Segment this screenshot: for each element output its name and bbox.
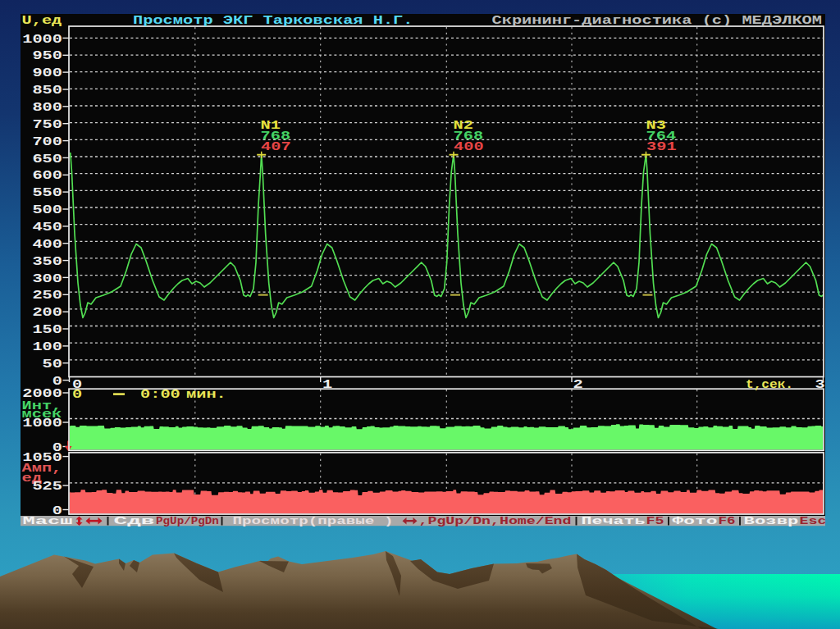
svg-text:800: 800 xyxy=(32,100,62,114)
svg-text:Масш: Масш xyxy=(23,516,73,527)
svg-text:500: 500 xyxy=(32,203,62,217)
svg-text:750: 750 xyxy=(32,117,62,131)
svg-text:700: 700 xyxy=(32,134,62,148)
svg-text:100: 100 xyxy=(32,340,62,353)
svg-text:650: 650 xyxy=(32,152,62,166)
svg-text:Фото: Фото xyxy=(673,516,718,527)
svg-text:850: 850 xyxy=(32,84,62,98)
svg-text:PgUp/PgDn: PgUp/PgDn xyxy=(156,516,219,527)
svg-text:0:00: 0:00 xyxy=(140,387,180,401)
svg-text:Скрининг-диагностика (с) МЕДЭЛ: Скрининг-диагностика (с) МЕДЭЛКОМ xyxy=(492,14,823,28)
svg-text:F6: F6 xyxy=(719,516,736,528)
svg-text:900: 900 xyxy=(32,66,62,80)
svg-text:Возвр: Возвр xyxy=(744,516,799,527)
svg-text:250: 250 xyxy=(32,289,62,303)
svg-text:150: 150 xyxy=(32,323,62,337)
svg-text:Сдв: Сдв xyxy=(114,516,155,527)
svg-text:400: 400 xyxy=(32,237,62,251)
svg-text:350: 350 xyxy=(32,254,62,268)
svg-text:Просмотр(правые ): Просмотр(правые ) xyxy=(233,516,394,527)
svg-text:600: 600 xyxy=(32,169,62,183)
svg-text:мин.: мин. xyxy=(186,387,226,401)
svg-text:0: 0 xyxy=(72,387,82,401)
svg-text:400: 400 xyxy=(454,139,484,153)
svg-text:t,сек.: t,сек. xyxy=(746,377,793,391)
svg-text:407: 407 xyxy=(261,139,291,153)
svg-text:3: 3 xyxy=(815,377,825,391)
svg-text:Просмотр ЭКГ Тарковская Н.Г.: Просмотр ЭКГ Тарковская Н.Г. xyxy=(133,14,413,28)
svg-text:50: 50 xyxy=(43,357,62,371)
svg-text:300: 300 xyxy=(32,271,62,285)
svg-text:1: 1 xyxy=(322,377,332,391)
svg-text:391: 391 xyxy=(646,139,677,153)
svg-text:Esc: Esc xyxy=(800,516,827,527)
svg-text:2: 2 xyxy=(573,377,583,391)
svg-text:U,ед: U,ед xyxy=(22,13,62,27)
svg-text:Печать: Печать xyxy=(582,516,646,527)
svg-text:550: 550 xyxy=(32,186,62,200)
svg-text:950: 950 xyxy=(32,49,62,63)
svg-text:525: 525 xyxy=(32,479,62,493)
svg-text:,PgUp/Dn,Home/End: ,PgUp/Dn,Home/End xyxy=(419,516,572,527)
svg-text:450: 450 xyxy=(32,220,62,234)
svg-text:1000: 1000 xyxy=(22,416,62,430)
svg-text:200: 200 xyxy=(32,306,62,320)
svg-text:F5: F5 xyxy=(646,516,664,527)
svg-text:0: 0 xyxy=(52,374,62,388)
svg-text:1000: 1000 xyxy=(22,32,62,46)
